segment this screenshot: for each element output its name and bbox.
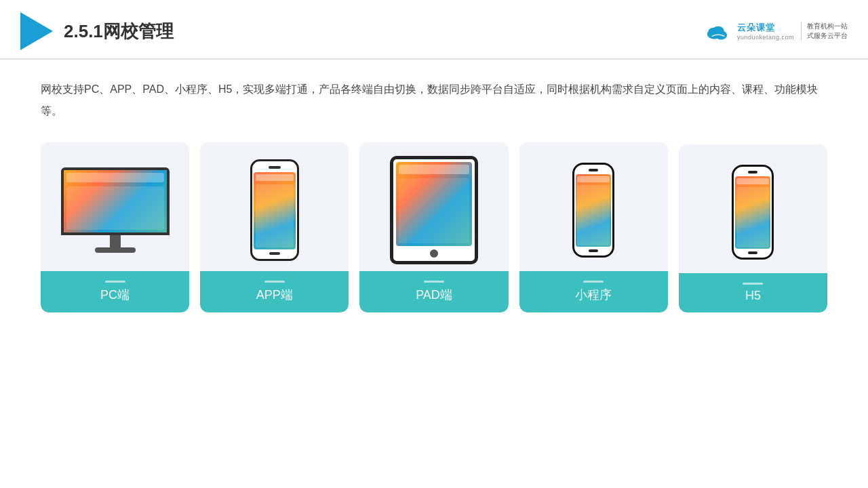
- device-card-app: APP端: [200, 142, 349, 312]
- device-card-pc: PC端: [41, 142, 189, 312]
- mini-image-area: [519, 142, 668, 271]
- mini-phone-screen: [576, 174, 611, 247]
- pad-tablet-screen: [396, 162, 472, 246]
- device-cards: PC端 APP端 PAD端: [41, 142, 827, 312]
- header-right: 云朵课堂 yunduoketang.com 教育机构一站式服务云平台: [703, 21, 848, 41]
- h5-phone-screen: [735, 176, 770, 249]
- monitor-stand-neck: [110, 235, 121, 247]
- h5-phone-icon: [732, 165, 774, 260]
- pc-monitor-icon: [58, 167, 173, 253]
- app-phone-screen: [254, 172, 296, 249]
- logo-triangle-icon: [20, 12, 53, 50]
- brand-url: yunduoketang.com: [737, 34, 794, 41]
- monitor-screen-inner: [64, 170, 167, 232]
- pc-label: PC端: [41, 271, 189, 312]
- brand-name: 云朵课堂: [737, 22, 775, 34]
- label-bar-line: [424, 281, 444, 283]
- monitor-screen: [61, 167, 170, 235]
- h5-image-area: [679, 144, 827, 273]
- pc-image-area: [41, 142, 189, 271]
- pad-image-area: [359, 142, 508, 271]
- description-text: 网校支持PC、APP、PAD、小程序、H5，实现多端打通，产品各终端自由切换，数…: [41, 79, 827, 122]
- device-card-h5: H5: [679, 144, 827, 312]
- mini-label: 小程序: [519, 271, 668, 312]
- pad-label: PAD端: [359, 271, 508, 312]
- brand-text: 云朵课堂 yunduoketang.com: [737, 22, 794, 41]
- device-card-pad: PAD端: [359, 142, 508, 312]
- app-phone-icon: [250, 159, 299, 261]
- label-bar-line: [743, 283, 763, 285]
- label-bar-line: [583, 281, 604, 283]
- main-content: 网校支持PC、APP、PAD、小程序、H5，实现多端打通，产品各终端自由切换，数…: [0, 60, 868, 326]
- page-header: 2.5.1网校管理 云朵课堂 yunduoketang.com 教育机构一站式服…: [0, 0, 868, 60]
- label-bar-line: [264, 281, 285, 283]
- brand-slogan: 教育机构一站式服务云平台: [801, 22, 848, 41]
- brand-logo: 云朵课堂 yunduoketang.com 教育机构一站式服务云平台: [703, 21, 848, 41]
- header-left: 2.5.1网校管理: [20, 12, 174, 50]
- monitor-stand-base: [95, 247, 136, 253]
- app-label: APP端: [200, 271, 349, 312]
- device-card-mini: 小程序: [519, 142, 668, 312]
- app-image-area: [200, 142, 349, 271]
- label-bar-line: [105, 281, 125, 283]
- page-title: 2.5.1网校管理: [64, 20, 174, 43]
- cloud-icon: [703, 21, 733, 41]
- h5-label: H5: [679, 273, 827, 312]
- pad-tablet-icon: [390, 156, 478, 264]
- mini-phone-icon: [572, 163, 614, 258]
